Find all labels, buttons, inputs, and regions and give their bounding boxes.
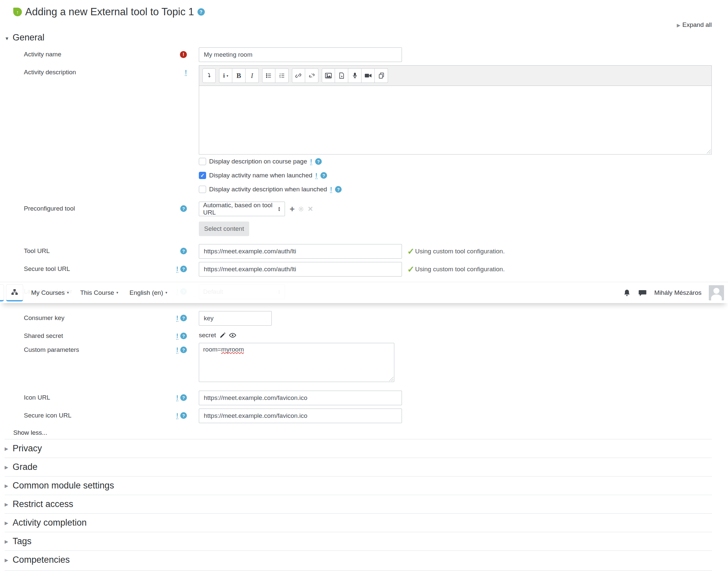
- consumer-key-input[interactable]: [199, 311, 272, 326]
- unlink-icon: [308, 72, 315, 79]
- expand-all-link[interactable]: ▶Expand all: [0, 18, 728, 29]
- insert-image-button[interactable]: [322, 68, 335, 83]
- ordered-list-button[interactable]: [275, 68, 289, 83]
- unlink-button[interactable]: [305, 68, 318, 83]
- display-description-checkbox[interactable]: [199, 158, 206, 165]
- shared-secret-value: secret: [199, 332, 216, 339]
- page-header: ↑ Adding a new External tool to Topic 1 …: [0, 0, 728, 18]
- display-activity-description-checkbox[interactable]: [199, 186, 206, 193]
- resize-grip[interactable]: [389, 376, 393, 381]
- record-audio-button[interactable]: [348, 68, 362, 83]
- section-tags[interactable]: ▶ Tags: [5, 532, 712, 550]
- help-icon[interactable]: ?: [180, 333, 187, 339]
- help-icon[interactable]: ?: [180, 315, 187, 321]
- help-icon[interactable]: ?: [180, 266, 187, 272]
- editor-toolbar: i ▾ B I: [199, 65, 712, 86]
- section-common-module-settings[interactable]: ▶ Common module settings: [5, 476, 712, 495]
- drawer-toggle-tab[interactable]: [0, 284, 4, 301]
- shared-secret-label: Shared secret: [24, 332, 63, 340]
- paragraph-format-button[interactable]: i ▾: [219, 68, 232, 83]
- collapse-toolbar-button[interactable]: [203, 68, 216, 83]
- messages-icon[interactable]: [638, 289, 647, 297]
- caret-right-icon: ▶: [5, 557, 12, 563]
- description-textarea[interactable]: [199, 86, 712, 154]
- section-competencies[interactable]: ▶ Competencies: [5, 550, 712, 569]
- insert-media-button[interactable]: [335, 68, 348, 83]
- section-restrict-access[interactable]: ▶ Restrict access: [5, 495, 712, 513]
- section-privacy[interactable]: ▶ Privacy: [5, 439, 712, 458]
- secure-tool-url-label: Secure tool URL: [24, 265, 70, 272]
- link-button[interactable]: [292, 68, 305, 83]
- caret-right-icon: ▶: [5, 539, 12, 544]
- external-tool-form-page: ↑ Adding a new External tool to Topic 1 …: [0, 0, 728, 576]
- display-activity-name-checkbox[interactable]: [199, 172, 206, 179]
- tool-url-input[interactable]: [199, 244, 402, 259]
- help-icon[interactable]: ?: [180, 412, 187, 419]
- show-secret-eye-icon[interactable]: [229, 332, 236, 338]
- caret-right-icon: ▶: [5, 465, 12, 470]
- manage-files-button[interactable]: [375, 68, 388, 83]
- icon-url-input[interactable]: [199, 391, 402, 405]
- delete-tool-icon: ✕: [307, 205, 313, 213]
- select-content-button[interactable]: Select content: [199, 222, 249, 236]
- row-display-activity-name: Display activity name when launched ! ?: [199, 172, 728, 179]
- section-grade[interactable]: ▶ Grade: [5, 458, 712, 476]
- secure-tool-url-input[interactable]: [199, 262, 402, 277]
- help-icon[interactable]: ?: [335, 186, 342, 193]
- advanced-marker-icon: !: [315, 172, 317, 179]
- add-tool-icon[interactable]: +: [290, 205, 295, 213]
- unordered-list-button[interactable]: [262, 68, 275, 83]
- record-audio-icon: [352, 72, 358, 79]
- row-display-activity-description: Display activity description when launch…: [199, 186, 728, 193]
- user-name[interactable]: Mihály Mészáros: [654, 289, 701, 296]
- row-display-description: Display description on course page ! ?: [199, 158, 728, 165]
- tool-url-status: ✓ Using custom tool configuration.: [407, 247, 505, 256]
- bold-button[interactable]: B: [232, 68, 246, 83]
- sitemap-tab[interactable]: [6, 284, 23, 301]
- help-icon[interactable]: ?: [315, 158, 322, 165]
- activity-name-input[interactable]: [199, 48, 402, 62]
- title-help-icon[interactable]: ?: [198, 8, 205, 16]
- ordered-list-icon: [279, 72, 285, 79]
- preconfigured-tool-select[interactable]: Automatic, based on tool URL ▲▼: [199, 202, 285, 216]
- record-video-button[interactable]: [362, 68, 375, 83]
- section-general[interactable]: ▼ General: [0, 29, 728, 48]
- record-video-icon: [364, 72, 372, 79]
- check-icon: ✓: [407, 247, 415, 256]
- icon-url-label: Icon URL: [24, 394, 50, 401]
- advanced-marker-icon: !: [185, 69, 187, 76]
- preconfigured-tool-label: Preconfigured tool: [24, 205, 75, 212]
- bold-icon: B: [236, 71, 241, 80]
- nav-my-courses[interactable]: My Courses▾: [31, 289, 69, 296]
- caret-right-icon: ▶: [677, 23, 680, 28]
- help-icon[interactable]: ?: [180, 347, 187, 353]
- notifications-bell-icon[interactable]: [623, 289, 631, 297]
- description-editor: i ▾ B I: [199, 65, 712, 154]
- activity-name-label: Activity name: [24, 51, 61, 58]
- row-activity-name: Activity name !: [0, 48, 728, 62]
- advanced-marker-icon: !: [176, 347, 178, 353]
- section-activity-completion[interactable]: ▶ Activity completion: [5, 513, 712, 532]
- edit-pencil-icon[interactable]: [219, 332, 226, 339]
- paragraph-format-icon: i: [223, 72, 225, 79]
- resize-grip[interactable]: [706, 149, 711, 153]
- custom-parameters-textarea[interactable]: room=myroom: [199, 343, 394, 382]
- help-icon[interactable]: ?: [180, 394, 187, 401]
- secure-icon-url-input[interactable]: [199, 408, 402, 423]
- sitemap-icon: [11, 288, 18, 296]
- italic-button[interactable]: I: [246, 68, 259, 83]
- row-secure-tool-url: Secure tool URL ! ? ✓ Using custom tool …: [0, 262, 728, 277]
- show-less-link[interactable]: Show less...: [13, 429, 728, 436]
- help-icon[interactable]: ?: [180, 205, 187, 212]
- unordered-list-icon: [266, 72, 272, 79]
- advanced-marker-icon: !: [176, 412, 178, 419]
- caret-right-icon: ▶: [5, 520, 12, 526]
- nav-this-course[interactable]: This Course▾: [80, 289, 118, 296]
- avatar[interactable]: [709, 285, 724, 300]
- help-icon[interactable]: ?: [321, 172, 327, 179]
- nav-language[interactable]: English (en)▾: [129, 289, 167, 296]
- italic-icon: I: [251, 71, 253, 80]
- chevron-down-icon: ▾: [116, 290, 118, 295]
- advanced-marker-icon: !: [176, 394, 178, 401]
- help-icon[interactable]: ?: [180, 248, 187, 254]
